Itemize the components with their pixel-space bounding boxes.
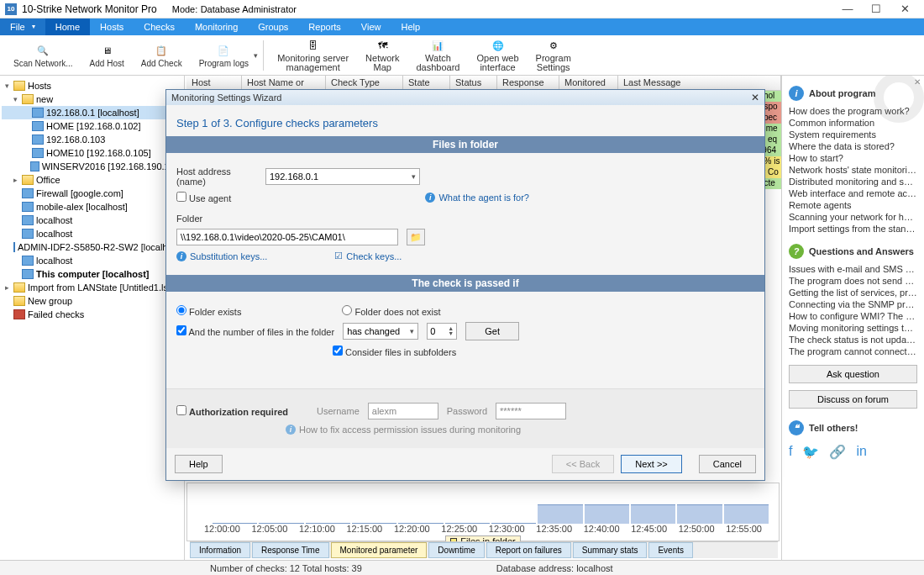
tree-host[interactable]: HOME [192.168.0.102] <box>2 119 182 133</box>
share-icon[interactable]: 🔗 <box>829 444 846 460</box>
menu-groups[interactable]: Groups <box>248 18 298 35</box>
cancel-button[interactable]: Cancel <box>699 455 756 473</box>
help-link[interactable]: Getting the list of services, processes,… <box>789 288 917 298</box>
tab-response-time[interactable]: Response Time <box>252 542 328 558</box>
tree-host[interactable]: localhost <box>2 227 182 240</box>
btn-watch-dashboard[interactable]: 📊Watchdashboard <box>407 37 468 74</box>
number-spinner[interactable]: 0▲▼ <box>427 323 457 340</box>
tree-host[interactable]: Firewall [google.com] <box>2 187 182 200</box>
tree-host[interactable]: 192.168.0.103 <box>2 133 182 146</box>
help-link[interactable]: The check status is not updated in the .… <box>789 335 917 345</box>
host-address-combo[interactable]: 192.168.0.1▾ <box>265 168 420 185</box>
subfolders-checkbox[interactable]: Consider files in subfolders <box>333 346 456 357</box>
facebook-icon[interactable]: f <box>789 444 792 460</box>
auth-required-checkbox[interactable]: Authorization required <box>176 405 288 417</box>
tree-host[interactable]: localhost <box>2 214 182 227</box>
check-keys-link[interactable]: ☑Check keys... <box>334 251 402 261</box>
help-link[interactable]: Where the data is stored? <box>789 141 917 151</box>
help-button[interactable]: Help <box>175 455 223 473</box>
twitter-icon[interactable]: 🐦 <box>802 444 819 460</box>
next-button[interactable]: Next >> <box>621 455 682 473</box>
tab-summary[interactable]: Summary stats <box>573 542 648 558</box>
substitution-keys-link[interactable]: iSubstitution keys... <box>176 251 267 261</box>
dialog-titlebar[interactable]: Monitoring Settings Wizard ✕ <box>166 90 764 105</box>
col-state[interactable]: State <box>403 76 450 90</box>
tree-host[interactable]: WINSERV2016 [192.168.190.128] <box>2 160 182 173</box>
btn-open-web[interactable]: 🌐Open webinterface <box>468 37 527 74</box>
tree-folder[interactable]: New group <box>2 294 182 308</box>
help-link[interactable]: Web interface and remote access <box>789 188 917 198</box>
tab-information[interactable]: Information <box>190 542 250 558</box>
tab-monitored-param[interactable]: Monitored parameter <box>331 542 428 558</box>
help-link[interactable]: System requirements <box>789 129 917 140</box>
and-number-checkbox[interactable]: And the number of files in the folder <box>176 325 334 337</box>
get-button[interactable]: Get <box>465 322 519 340</box>
menu-file[interactable]: File▾ <box>0 18 45 35</box>
tree-host-this[interactable]: This computer [localhost] <box>2 267 182 281</box>
col-address[interactable]: Host Name or Address <box>242 76 326 90</box>
folder-input[interactable] <box>176 229 398 245</box>
help-link[interactable]: Network hosts' state monitoring <box>789 165 917 175</box>
hosts-tree[interactable]: ▾Hosts ▾new 192.168.0.1 [localhost] HOME… <box>0 76 185 560</box>
menu-hosts[interactable]: Hosts <box>90 18 134 35</box>
panel-close-icon[interactable]: ✕ <box>914 77 921 87</box>
change-condition-combo[interactable]: has changed▾ <box>343 323 418 340</box>
menu-monitoring[interactable]: Monitoring <box>185 18 248 35</box>
col-type[interactable]: Check Type <box>326 76 403 90</box>
agent-info-link[interactable]: iWhat the agent is for? <box>425 193 529 203</box>
permission-help-link[interactable]: iHow to fix access permission issues dur… <box>286 425 521 435</box>
menu-home[interactable]: Home <box>45 18 90 35</box>
back-button[interactable]: << Back <box>552 455 614 473</box>
help-link[interactable]: Moving monitoring settings to other PC <box>789 323 917 333</box>
help-link[interactable]: The program does not send SMS <box>789 276 917 286</box>
help-link[interactable]: Connecting via the SNMP protocol <box>789 299 917 309</box>
col-monparam[interactable]: Monitored pa... <box>559 76 618 90</box>
btn-network-map[interactable]: 🗺NetworkMap <box>357 37 407 74</box>
discuss-forum-button[interactable]: Discuss on forum <box>789 390 917 409</box>
tree-host-selected[interactable]: 192.168.0.1 [localhost] <box>2 106 182 119</box>
menu-reports[interactable]: Reports <box>298 18 351 35</box>
help-link[interactable]: Remote agents <box>789 200 917 210</box>
menu-checks[interactable]: Checks <box>134 18 185 35</box>
help-link[interactable]: The program cannot connect to the dat... <box>789 346 917 356</box>
tree-folder[interactable]: ▸Import from LANState [Untitled1.lsm] <box>2 281 182 294</box>
tree-host[interactable]: ADMIN-IDF2-S5850-R2-SW2 [localhost] <box>2 240 182 254</box>
radio-folder-exists[interactable]: Folder exists <box>176 305 241 317</box>
linkedin-icon[interactable]: in <box>856 444 866 460</box>
tab-events[interactable]: Events <box>648 542 693 558</box>
help-link[interactable]: How to configure WMI? The "WMI", "Lo... <box>789 311 917 321</box>
close-button[interactable]: ✕ <box>890 1 919 18</box>
tree-host[interactable]: HOME10 [192.168.0.105] <box>2 146 182 160</box>
tree-host[interactable]: mobile-alex [localhost] <box>2 200 182 214</box>
help-link[interactable]: How to start? <box>789 153 917 163</box>
col-response[interactable]: Response Time <box>497 76 559 90</box>
browse-folder-button[interactable]: 📁 <box>407 229 425 245</box>
tab-downtime[interactable]: Downtime <box>428 542 484 558</box>
menu-view[interactable]: View <box>351 18 391 35</box>
help-link[interactable]: Scanning your network for hosts <box>789 212 917 222</box>
btn-scan-network[interactable]: 🔍Scan Network... <box>5 37 81 74</box>
tree-folder[interactable]: Failed checks <box>2 308 182 321</box>
minimize-button[interactable]: — <box>833 1 862 18</box>
ask-question-button[interactable]: Ask question <box>789 365 917 383</box>
help-link[interactable]: Issues with e-mail and SMS notifications <box>789 264 917 274</box>
menu-help[interactable]: Help <box>391 18 431 35</box>
username-input[interactable] <box>368 403 438 419</box>
btn-add-check[interactable]: 📋Add Check <box>133 37 191 74</box>
col-lastmsg[interactable]: Last Message <box>618 76 781 90</box>
radio-folder-not-exist[interactable]: Folder does not exist <box>342 305 440 317</box>
use-agent-checkbox[interactable]: Use agent <box>176 192 231 203</box>
help-link[interactable]: Distributed monitoring and servers <box>789 177 917 187</box>
tree-host[interactable]: localhost <box>2 254 182 267</box>
btn-program-settings[interactable]: ⚙ProgramSettings <box>528 37 580 74</box>
tree-folder[interactable]: ▸Office <box>2 173 182 187</box>
dialog-close-icon[interactable]: ✕ <box>751 92 759 103</box>
maximize-button[interactable]: ☐ <box>862 1 890 18</box>
col-caption[interactable]: Host Caption <box>186 76 242 90</box>
btn-add-host[interactable]: 🖥Add Host <box>81 37 133 74</box>
help-link[interactable]: Import settings from the standard versi.… <box>789 224 917 234</box>
col-status[interactable]: Status <box>450 76 497 90</box>
btn-monitoring-server[interactable]: 🗄Monitoring servermanagement <box>269 37 357 74</box>
password-input[interactable] <box>496 403 566 419</box>
toolbar-dropdown-icon[interactable]: ▾ <box>254 51 258 60</box>
